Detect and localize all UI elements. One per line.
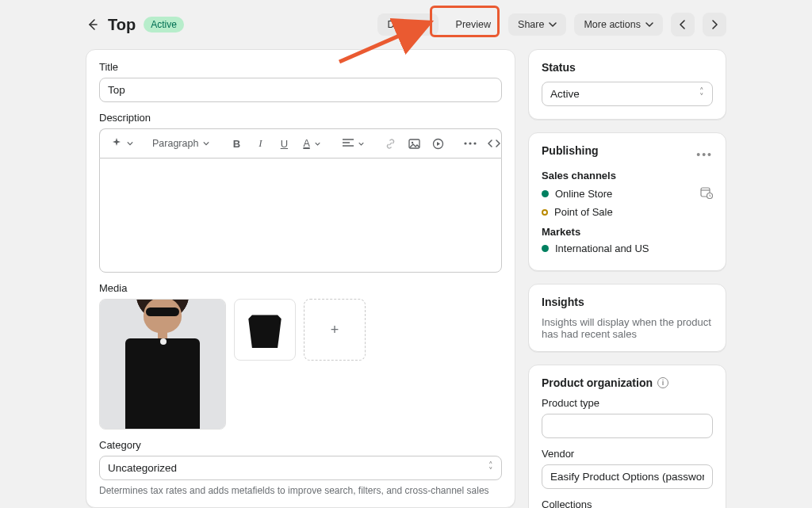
title-label: Title (99, 61, 502, 73)
status-select[interactable]: Active ˄˅ (542, 82, 713, 106)
code-icon (488, 139, 500, 148)
collections-label: Collections (542, 498, 713, 508)
svg-point-1 (412, 141, 413, 143)
arrow-left-icon (86, 18, 99, 31)
insights-card: Insights Insights will display when the … (528, 284, 726, 352)
media-item-secondary[interactable] (234, 299, 296, 361)
preview-button[interactable]: Preview (446, 13, 500, 36)
markets-label: Markets (542, 226, 713, 238)
product-type-input[interactable] (542, 414, 713, 438)
chevron-down-icon (549, 21, 557, 29)
updown-icon: ˄˅ (699, 89, 704, 100)
dots-icon (464, 142, 477, 145)
align-left-icon (343, 139, 354, 148)
insights-heading: Insights (542, 296, 713, 308)
next-button[interactable] (703, 13, 726, 36)
vendor-label: Vendor (542, 448, 713, 460)
link-button[interactable] (380, 132, 402, 155)
chevron-right-icon (710, 20, 719, 29)
publishing-heading: Publishing (542, 144, 599, 157)
link-icon (385, 138, 396, 150)
vendor-input[interactable] (542, 464, 713, 489)
status-card: Status Active ˄˅ (528, 49, 726, 120)
product-thumb (247, 311, 283, 348)
category-select[interactable]: Uncategorized ˄˅ (99, 456, 502, 480)
share-button[interactable]: Share (508, 13, 566, 36)
calendar-clock-icon (700, 186, 713, 199)
category-label: Category (99, 439, 502, 451)
description-editor[interactable] (99, 158, 502, 273)
chevron-down-icon (645, 21, 653, 29)
status-value: Active (550, 88, 580, 100)
product-photo (100, 300, 225, 429)
page-title: Top (108, 16, 136, 34)
channel-label: Point of Sale (554, 206, 613, 218)
code-view-button[interactable] (483, 132, 505, 155)
status-badge: Active (144, 17, 184, 32)
media-item-primary[interactable] (99, 299, 226, 430)
ai-tools-button[interactable] (105, 132, 140, 155)
more-actions-label: More actions (584, 19, 641, 30)
page-header: Top Active Duplicate Preview Share More … (86, 13, 726, 36)
svg-point-4 (469, 142, 471, 144)
publishing-menu-button[interactable]: ••• (696, 148, 713, 161)
channel-point-of-sale: Point of Sale (542, 206, 713, 218)
schedule-button[interactable] (700, 186, 713, 201)
publishing-card: Publishing ••• Sales channels Online Sto… (528, 132, 726, 271)
svg-point-3 (464, 142, 466, 144)
status-dot-icon (542, 209, 548, 216)
category-value: Uncategorized (108, 462, 177, 474)
more-actions-button[interactable]: More actions (574, 13, 663, 36)
text-color-button[interactable]: A (297, 132, 326, 155)
channel-label: Online Store (555, 188, 612, 200)
svg-point-5 (473, 142, 476, 144)
chevron-down-icon (315, 141, 320, 147)
chevron-down-icon (127, 140, 133, 147)
status-heading: Status (542, 61, 713, 74)
organization-heading: Product organization i (542, 376, 713, 389)
duplicate-button[interactable]: Duplicate (377, 13, 438, 36)
market-value: International and US (555, 243, 649, 254)
paragraph-style-button[interactable]: Paragraph (146, 132, 216, 155)
status-dot-icon (542, 190, 549, 197)
media-label: Media (99, 282, 502, 294)
paragraph-label: Paragraph (152, 138, 198, 149)
category-helper: Determines tax rates and adds metafields… (99, 485, 502, 496)
prev-button[interactable] (671, 13, 695, 36)
chevron-down-icon (358, 141, 364, 147)
image-icon (408, 139, 420, 149)
organization-card: Product organization i Product type Vend… (528, 365, 726, 508)
video-icon (432, 138, 444, 150)
title-input[interactable] (99, 78, 502, 102)
media-list: + (99, 299, 502, 430)
more-format-button[interactable] (459, 132, 481, 155)
image-button[interactable] (404, 132, 426, 155)
media-add-button[interactable]: + (304, 299, 366, 361)
info-icon[interactable]: i (657, 377, 668, 388)
align-button[interactable] (336, 132, 370, 155)
chevron-down-icon (203, 140, 209, 147)
text-color-icon: A (303, 138, 309, 149)
chevron-left-icon (678, 20, 688, 29)
video-button[interactable] (427, 132, 450, 155)
bold-button[interactable]: B (225, 132, 247, 155)
italic-button[interactable]: I (249, 132, 271, 155)
channel-online-store: Online Store (542, 186, 713, 201)
status-dot-icon (542, 245, 549, 252)
product-type-label: Product type (542, 397, 713, 409)
market-row: International and US (542, 243, 713, 254)
updown-icon: ˄˅ (488, 463, 493, 474)
plus-icon: + (331, 322, 339, 338)
share-label: Share (518, 19, 544, 30)
back-button[interactable] (86, 17, 100, 32)
sales-channels-label: Sales channels (542, 170, 713, 181)
underline-button[interactable]: U (273, 132, 295, 155)
insights-text: Insights will display when the product h… (542, 316, 713, 340)
editor-toolbar: Paragraph B I U A (99, 128, 502, 158)
sparkle-icon (111, 138, 122, 149)
main-card: Title Description Paragraph (86, 49, 515, 508)
description-label: Description (99, 112, 502, 124)
